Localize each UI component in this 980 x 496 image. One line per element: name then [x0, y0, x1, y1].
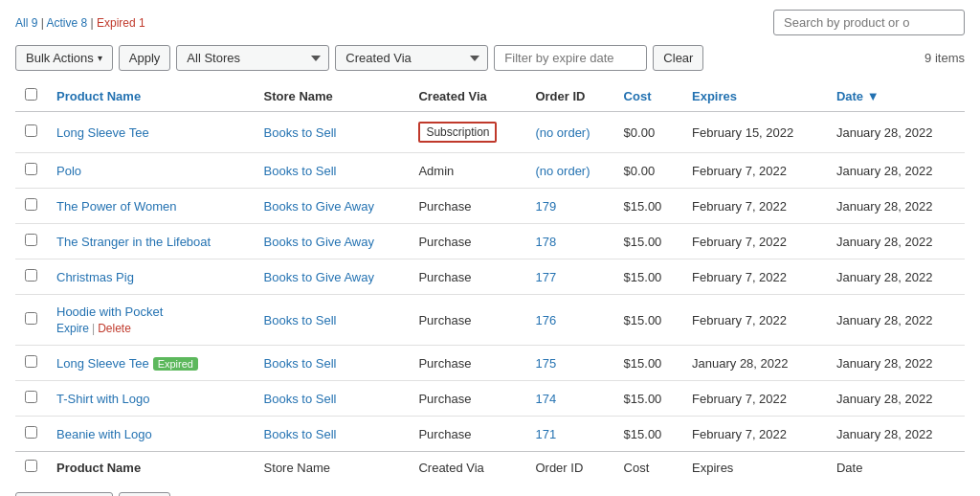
product-link[interactable]: Beanie with Logo	[56, 427, 152, 441]
created-via-cell: Admin	[409, 153, 525, 189]
row-checkbox-cell	[15, 153, 47, 189]
store-select[interactable]: All Stores Books to Sell Books to Give A…	[176, 45, 329, 71]
store-name-cell: Books to Give Away	[255, 224, 410, 259]
row-checkbox[interactable]	[25, 124, 37, 137]
store-name-cell: Books to Sell	[255, 295, 410, 346]
header-date[interactable]: Date ▼	[827, 80, 965, 112]
table-body: Long Sleeve TeeBooks to SellSubscription…	[15, 112, 965, 452]
bottom-bulk-actions-dropdown[interactable]: Bulk Actions ▾	[15, 492, 113, 496]
row-checkbox[interactable]	[25, 426, 37, 439]
store-link[interactable]: Books to Give Away	[264, 199, 374, 214]
header-product-name[interactable]: Product Name	[47, 80, 255, 112]
row-checkbox-cell	[15, 381, 47, 417]
subscription-highlight: Subscription	[418, 122, 497, 143]
row-checkbox[interactable]	[25, 163, 37, 175]
store-select-wrapper: All Stores Books to Sell Books to Give A…	[176, 45, 329, 71]
no-order-text: (no order)	[535, 125, 590, 140]
product-name-cell: Long Sleeve TeeExpired	[47, 346, 255, 381]
store-link[interactable]: Books to Give Away	[264, 235, 374, 249]
expires-cell: February 7, 2022	[682, 417, 827, 452]
product-link[interactable]: Hoodie with Pocket	[56, 304, 163, 319]
store-link[interactable]: Books to Sell	[264, 164, 337, 178]
product-link[interactable]: The Stranger in the Lifeboat	[56, 235, 211, 249]
product-link[interactable]: T-Shirt with Logo	[56, 392, 150, 406]
table-row: Long Sleeve TeeExpiredBooks to SellPurch…	[15, 346, 965, 381]
store-link[interactable]: Books to Sell	[264, 356, 337, 371]
store-link[interactable]: Books to Give Away	[264, 270, 374, 284]
all-status-link[interactable]: All 9	[15, 16, 37, 30]
clear-button[interactable]: Clear	[653, 45, 703, 71]
header-expires[interactable]: Expires	[682, 80, 827, 112]
toolbar: Bulk Actions ▾ Apply All Stores Books to…	[15, 45, 965, 71]
product-name-cell: The Power of Women	[47, 189, 255, 224]
order-id-cell: 175	[525, 346, 613, 381]
expired-status-link[interactable]: Expired 1	[97, 16, 145, 30]
row-checkbox-cell	[15, 189, 47, 224]
store-link[interactable]: Books to Sell	[264, 313, 337, 327]
store-link[interactable]: Books to Sell	[264, 427, 337, 441]
order-id-cell: 179	[525, 189, 613, 224]
product-name-cell: The Stranger in the Lifeboat	[47, 224, 255, 259]
created-via-cell: Purchase	[409, 346, 525, 381]
order-link[interactable]: 175	[535, 356, 556, 371]
row-checkbox[interactable]	[25, 198, 37, 211]
footer-created-via: Created Via	[409, 452, 525, 484]
row-checkbox[interactable]	[25, 391, 37, 403]
row-checkbox[interactable]	[25, 312, 37, 325]
footer-select-all-checkbox[interactable]	[25, 460, 37, 472]
row-checkbox-cell	[15, 224, 47, 259]
row-checkbox[interactable]	[25, 269, 37, 282]
product-link[interactable]: The Power of Women	[56, 199, 176, 214]
store-link[interactable]: Books to Sell	[264, 392, 337, 406]
delete-action-link[interactable]: Delete	[98, 322, 131, 335]
footer-product-name: Product Name	[47, 452, 255, 484]
order-link[interactable]: 174	[535, 392, 556, 406]
bottom-apply-button[interactable]: Apply	[119, 492, 171, 496]
order-link[interactable]: 178	[535, 235, 556, 249]
active-status-link[interactable]: Active 8	[46, 16, 87, 30]
select-all-checkbox[interactable]	[25, 88, 37, 101]
row-checkbox[interactable]	[25, 355, 37, 368]
store-link[interactable]: Books to Sell	[264, 125, 337, 140]
expires-cell: January 28, 2022	[682, 346, 827, 381]
expires-cell: February 7, 2022	[682, 189, 827, 224]
date-cell: January 28, 2022	[827, 417, 965, 452]
order-link[interactable]: 179	[535, 199, 556, 214]
cost-cell: $15.00	[614, 189, 682, 224]
order-link[interactable]: 171	[535, 427, 556, 441]
store-name-cell: Books to Give Away	[255, 259, 410, 295]
header-cost[interactable]: Cost	[614, 80, 682, 112]
expire-date-filter[interactable]	[494, 45, 647, 71]
product-link[interactable]: Long Sleeve Tee	[56, 125, 149, 140]
product-link[interactable]: Christmas Pig	[56, 270, 134, 284]
table-row: T-Shirt with LogoBooks to SellPurchase17…	[15, 381, 965, 417]
date-cell: January 28, 2022	[827, 295, 965, 346]
page-wrapper: All 9 | Active 8 | Expired 1 Bulk Action…	[0, 0, 980, 496]
search-input[interactable]	[773, 10, 965, 35]
product-link[interactable]: Long Sleeve Tee	[56, 356, 149, 371]
product-link[interactable]: Polo	[56, 164, 81, 178]
item-count: 9 items	[924, 51, 965, 65]
row-actions: Expire|Delete	[56, 322, 245, 335]
bulk-actions-label: Bulk Actions	[26, 51, 94, 65]
footer-store-name: Store Name	[255, 452, 410, 484]
date-cell: January 28, 2022	[827, 153, 965, 189]
store-name-cell: Books to Sell	[255, 112, 410, 153]
created-via-cell: Purchase	[409, 189, 525, 224]
created-via-select[interactable]: Created Via Subscription Admin Purchase	[335, 45, 488, 71]
row-checkbox-cell	[15, 417, 47, 452]
separator-2: |	[91, 16, 94, 30]
created-via-cell: Purchase	[409, 417, 525, 452]
select-all-header	[15, 80, 47, 112]
order-link[interactable]: 176	[535, 313, 556, 327]
created-via-cell: Purchase	[409, 259, 525, 295]
order-link[interactable]: 177	[535, 270, 556, 284]
created-via-cell: Subscription	[409, 112, 525, 153]
bulk-actions-dropdown[interactable]: Bulk Actions ▾	[15, 45, 113, 71]
apply-button[interactable]: Apply	[119, 45, 171, 71]
bottom-toolbar: Bulk Actions ▾ Apply 9 items	[15, 492, 965, 496]
expire-action-link[interactable]: Expire	[56, 322, 89, 335]
row-checkbox-cell	[15, 295, 47, 346]
status-links: All 9 | Active 8 | Expired 1	[15, 16, 766, 30]
row-checkbox[interactable]	[25, 234, 37, 246]
